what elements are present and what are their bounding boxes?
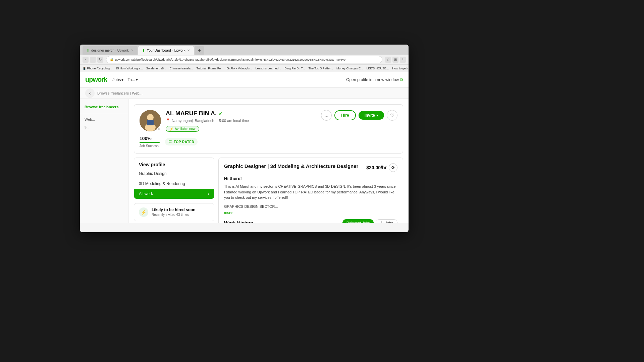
job-success-value: 100% (140, 136, 160, 141)
view-profile-section: View profile Graphic Design 3D Modeling … (134, 158, 214, 199)
bookmarks-bar: 📱 Phone Recycling... 15 How Working a...… (80, 65, 409, 72)
open-profile-link[interactable]: Open profile in a new window ⧉ (346, 77, 403, 82)
likely-hire-box: ⚡ Likely to be hired soon Recently invit… (134, 203, 214, 221)
relevant-jobs-tab[interactable]: Relevant Jobs (342, 219, 374, 223)
bookmark-5[interactable]: Tutorial: Figma Fe... (197, 67, 223, 70)
job-success-label: Job Success (140, 144, 160, 148)
breadcrumb: Browse freelancers | Web... (97, 91, 143, 95)
profile-right: Graphic Designer | 3d Modeling & Archite… (218, 158, 403, 223)
more-options-button[interactable]: ... (321, 110, 332, 121)
tab-2[interactable]: ⬆ Your Dashboard - Upwork ✕ (138, 46, 194, 55)
profile-name-row: AL MARUF BIN A. ✔ (166, 110, 316, 117)
profile-location: 📍 Narayanganj, Bangladesh – 5:00 am loca… (166, 118, 316, 123)
lightning-icon: ⚡ (169, 127, 173, 131)
upwork-app: upwork Jobs ▾ Ta... ▾ Open profile in a … (80, 72, 409, 223)
shield-icon: 🛡 (168, 139, 172, 144)
back-panel-button[interactable]: ‹ (85, 88, 95, 98)
job-success-bar (140, 142, 160, 143)
tab-1[interactable]: ⬆ designer merch - Upwork ✕ (83, 46, 138, 55)
url-bar[interactable]: 🔒 upwork.com/ab/profiles/search/city/det… (106, 56, 382, 63)
work-history-title: Work History (224, 220, 253, 223)
profile-panel: AL MARUF BIN A. ✔ 📍 Narayanganj, Banglad… (128, 99, 409, 223)
more-link[interactable]: more (224, 210, 397, 215)
bookmark-9[interactable]: The Top 3 Patter... (309, 67, 333, 70)
profile-info: AL MARUF BIN A. ✔ 📍 Narayanganj, Banglad… (166, 110, 316, 132)
chevron-right-icon: › (208, 191, 209, 196)
profile-header-top: AL MARUF BIN A. ✔ 📍 Narayanganj, Banglad… (140, 110, 397, 132)
tab-new[interactable]: + (195, 46, 204, 55)
job-rate-info: $20.00/hr ⟳ (366, 163, 397, 172)
verified-icon: ✔ (219, 111, 223, 116)
main-content: Browse freelancers Web... $... (80, 99, 409, 223)
svg-rect-3 (147, 120, 154, 125)
nav-jobs[interactable]: Jobs ▾ (112, 77, 123, 82)
save-button[interactable]: ♡ (387, 110, 397, 121)
bookmark-12[interactable]: How to get more... (392, 67, 409, 70)
likely-hire-sub: Recently invited 43 times (152, 213, 196, 217)
external-link-icon: ⧉ (400, 77, 403, 82)
tab-bar: ⬆ designer merch - Upwork ✕ ⬆ Your Dashb… (80, 45, 409, 55)
extensions-btn[interactable]: ⊞ (392, 57, 398, 63)
profile-header-card: AL MARUF BIN A. ✔ 📍 Narayanganj, Banglad… (134, 104, 403, 154)
menu-btn[interactable]: ⋮ (400, 57, 406, 63)
job-success-bar-fill (140, 142, 160, 143)
bookmark-6[interactable]: GitFlik - Videoglu... (227, 67, 252, 70)
likely-hire-label: Likely to be hired soon (152, 207, 196, 212)
sidebar-item-placeholder: $... (80, 123, 128, 131)
job-title: Graphic Designer | 3d Modeling & Archite… (224, 163, 361, 169)
invite-dropdown-icon: ▾ (376, 114, 378, 117)
bookmark-10[interactable]: Money Charges E... (336, 67, 363, 70)
reload-button[interactable]: ↻ (97, 57, 103, 63)
work-history-tabs: Relevant Jobs All Jobs (342, 219, 397, 223)
job-description: This is Al Maruf and my sector is CREATI… (224, 184, 397, 200)
bookmark-7[interactable]: Lessons Learned... (256, 67, 281, 70)
nav-talent[interactable]: Ta... ▾ (127, 77, 138, 82)
upwork-logo: upwork (85, 76, 107, 83)
tab-3d-modeling[interactable]: 3D Modeling & Rendering (134, 179, 214, 189)
job-sector: GRAPHICS DESIGN SECTOR... (224, 204, 278, 208)
work-history-header: Work History Relevant Jobs All Jobs (224, 219, 397, 223)
tab-2-close[interactable]: ✕ (187, 49, 190, 52)
bookmark-3[interactable]: Solidenergy8... (146, 67, 166, 70)
url-text: upwork.com/ab/profiles/search/city/detai… (115, 58, 350, 61)
profile-body: View profile Graphic Design 3D Modeling … (134, 158, 403, 223)
stats-row: 100% Job Success 🛡 TOP RATED (140, 136, 397, 148)
bookmark-8[interactable]: Ding Fai Di: T... (284, 67, 305, 70)
browser-window: ⬆ designer merch - Upwork ✕ ⬆ Your Dashb… (80, 45, 409, 232)
available-badge[interactable]: ⚡ Available now (166, 126, 199, 132)
tab-all-work[interactable]: All work › (134, 189, 214, 199)
online-status-dot (157, 127, 160, 131)
forward-button[interactable]: › (90, 57, 96, 63)
profile-name: AL MARUF BIN A. (166, 110, 217, 117)
tab-graphic-design[interactable]: Graphic Design (134, 169, 214, 179)
likely-hire-icon: ⚡ (139, 207, 148, 217)
tab-1-close[interactable]: ✕ (131, 49, 133, 52)
bookmark-11[interactable]: LEE'S HOUSE... (366, 67, 389, 70)
job-card: Graphic Designer | 3d Modeling & Archite… (218, 158, 403, 223)
job-greeting: Hi there! (224, 176, 397, 181)
view-profile-header: View profile (134, 158, 214, 169)
job-title-row: Graphic Designer | 3d Modeling & Archite… (224, 163, 397, 172)
top-rated-text: TOP RATED (174, 140, 194, 144)
sidebar-item-web[interactable]: Web... (80, 115, 128, 123)
bookmark-btn[interactable]: ☆ (385, 57, 391, 63)
avatar-container (140, 110, 161, 131)
svg-point-1 (147, 114, 154, 121)
top-nav: upwork Jobs ▾ Ta... ▾ Open profile in a … (80, 72, 409, 87)
profile-left: View profile Graphic Design 3D Modeling … (134, 158, 214, 223)
nav-links: Jobs ▾ Ta... ▾ (112, 77, 138, 82)
back-button[interactable]: ‹ (83, 57, 89, 63)
bookmark-1[interactable]: 📱 Phone Recycling... (83, 67, 112, 70)
all-jobs-tab[interactable]: All Jobs (376, 219, 397, 223)
sidebar-item-browse[interactable]: Browse freelancers (80, 103, 128, 111)
bookmark-2[interactable]: 15 How Working a... (116, 67, 143, 70)
rate-info-button[interactable]: ⟳ (389, 163, 397, 172)
bookmark-4[interactable]: Chinese transla... (169, 67, 193, 70)
url-bar-row: ‹ › ↻ 🔒 upwork.com/ab/profiles/search/ci… (80, 55, 409, 65)
invite-button[interactable]: Invite ▾ (359, 111, 384, 120)
job-rate: $20.00/hr (366, 165, 387, 170)
job-success: 100% Job Success (140, 136, 160, 148)
profile-actions: ... Hire Invite ▾ ♡ (321, 110, 397, 121)
hire-button[interactable]: Hire (334, 110, 356, 120)
location-pin-icon: 📍 (166, 118, 170, 123)
